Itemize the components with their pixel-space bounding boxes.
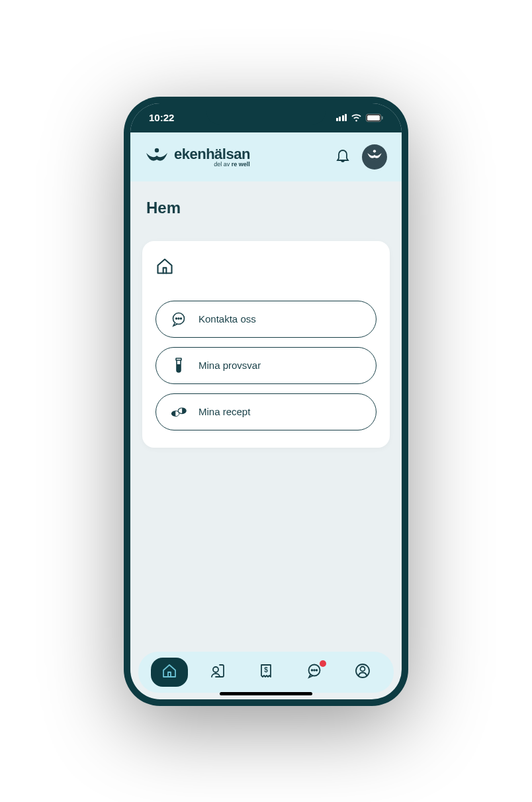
contact-us-button[interactable]: Kontakta oss bbox=[155, 301, 377, 338]
brand-logo-icon bbox=[145, 148, 169, 166]
svg-rect-9 bbox=[176, 358, 181, 360]
home-indicator[interactable] bbox=[220, 692, 312, 695]
phone-frame: 10:22 ekenhälsan del av re well bbox=[124, 97, 408, 706]
nav-profile[interactable] bbox=[344, 658, 381, 687]
chat-icon bbox=[171, 311, 187, 327]
pills-icon bbox=[171, 404, 187, 420]
test-results-label: Mina provsvar bbox=[199, 360, 261, 371]
page-title: Hem bbox=[130, 181, 402, 225]
notifications-button[interactable] bbox=[333, 145, 353, 168]
contact-card-icon bbox=[210, 663, 226, 681]
status-time: 10:22 bbox=[149, 112, 174, 123]
nav-billing[interactable]: $ bbox=[247, 658, 285, 687]
status-indicators bbox=[336, 114, 384, 122]
test-tube-icon bbox=[171, 358, 187, 374]
nav-messages[interactable] bbox=[296, 658, 333, 687]
svg-point-19 bbox=[361, 667, 365, 672]
svg-point-15 bbox=[312, 670, 313, 671]
battery-icon bbox=[366, 114, 383, 122]
home-card: Kontakta oss Mina provsvar Mina recept bbox=[142, 241, 390, 448]
test-results-button[interactable]: Mina provsvar bbox=[155, 347, 377, 384]
nav-home[interactable] bbox=[151, 658, 188, 687]
phone-screen: 10:22 ekenhälsan del av re well bbox=[130, 103, 402, 699]
svg-point-8 bbox=[181, 318, 182, 319]
brand-logo: ekenhälsan del av re well bbox=[145, 146, 250, 168]
main-content: Kontakta oss Mina provsvar Mina recept bbox=[130, 225, 402, 652]
contact-us-label: Kontakta oss bbox=[199, 313, 256, 325]
profile-icon bbox=[355, 663, 371, 681]
svg-point-16 bbox=[314, 670, 315, 671]
app-header: ekenhälsan del av re well bbox=[130, 132, 402, 181]
svg-point-6 bbox=[176, 318, 177, 319]
svg-point-4 bbox=[373, 150, 376, 152]
svg-point-3 bbox=[155, 148, 159, 152]
svg-point-7 bbox=[178, 318, 179, 319]
avatar-icon bbox=[367, 149, 382, 165]
svg-rect-2 bbox=[382, 116, 383, 119]
home-icon bbox=[161, 663, 177, 681]
notch bbox=[206, 103, 326, 125]
svg-text:$: $ bbox=[264, 666, 268, 674]
prescriptions-label: Mina recept bbox=[199, 406, 250, 417]
bell-icon bbox=[335, 156, 350, 166]
profile-avatar[interactable] bbox=[362, 144, 387, 170]
receipt-icon: $ bbox=[258, 663, 274, 681]
svg-rect-1 bbox=[367, 115, 380, 121]
bottom-nav: $ bbox=[138, 652, 394, 693]
cellular-icon bbox=[336, 114, 347, 121]
wifi-icon bbox=[351, 114, 362, 122]
nav-contacts[interactable] bbox=[199, 658, 236, 687]
card-home-icon bbox=[155, 257, 377, 278]
notification-badge bbox=[320, 660, 326, 667]
svg-point-12 bbox=[213, 667, 218, 672]
svg-point-17 bbox=[316, 670, 318, 671]
prescriptions-button[interactable]: Mina recept bbox=[155, 393, 377, 430]
